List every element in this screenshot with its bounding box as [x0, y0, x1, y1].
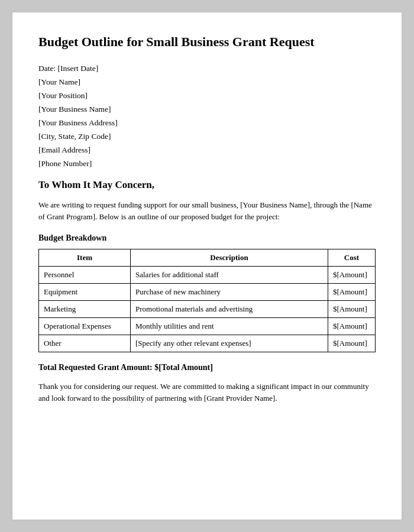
col-header-item: Item	[39, 249, 131, 266]
table-cell-description: Purchase of new machinery	[131, 283, 328, 300]
table-cell-cost: $[Amount]	[328, 283, 376, 300]
table-cell-description: Promotional materials and advertising	[131, 300, 328, 317]
table-cell-item: Other	[39, 335, 131, 352]
intro-paragraph: We are writing to request funding suppor…	[38, 199, 376, 223]
budget-table: Item Description Cost PersonnelSalaries …	[38, 249, 376, 352]
table-cell-item: Personnel	[39, 266, 131, 283]
meta-address: [Your Business Address]	[38, 118, 376, 128]
table-header-row: Item Description Cost	[39, 249, 376, 266]
table-cell-description: Monthly utilities and rent	[131, 317, 328, 335]
table-row: PersonnelSalaries for additional staff$[…	[39, 266, 376, 283]
table-cell-item: Marketing	[39, 300, 131, 317]
document-title: Budget Outline for Small Business Grant …	[38, 34, 376, 51]
closing-paragraph: Thank you for considering our request. W…	[38, 381, 376, 404]
table-row: Other[Specify any other relevant expense…	[39, 335, 376, 352]
meta-city-state-zip: [City, State, Zip Code]	[38, 132, 376, 141]
meta-business-name: [Your Business Name]	[38, 105, 376, 114]
meta-name: [Your Name]	[38, 77, 376, 87]
table-cell-item: Equipment	[39, 283, 131, 300]
meta-position: [Your Position]	[38, 91, 376, 100]
table-row: Operational ExpensesMonthly utilities an…	[39, 317, 376, 335]
table-cell-description: [Specify any other relevant expenses]	[131, 335, 328, 352]
table-cell-cost: $[Amount]	[328, 317, 376, 335]
document-page: Budget Outline for Small Business Grant …	[12, 12, 402, 520]
table-cell-description: Salaries for additional staff	[131, 266, 328, 283]
budget-section-heading: Budget Breakdown	[38, 233, 376, 243]
meta-phone: [Phone Number]	[38, 159, 376, 168]
salutation: To Whom It May Concern,	[38, 179, 376, 191]
col-header-description: Description	[131, 249, 328, 266]
table-cell-item: Operational Expenses	[39, 317, 131, 335]
meta-email: [Email Address]	[38, 145, 376, 155]
table-cell-cost: $[Amount]	[328, 266, 376, 283]
table-row: EquipmentPurchase of new machinery$[Amou…	[39, 283, 376, 300]
total-amount-label: Total Requested Grant Amount: $[Total Am…	[38, 363, 376, 372]
table-row: MarketingPromotional materials and adver…	[39, 300, 376, 317]
table-cell-cost: $[Amount]	[328, 300, 376, 317]
table-cell-cost: $[Amount]	[328, 335, 376, 352]
col-header-cost: Cost	[328, 249, 376, 266]
meta-date: Date: [Insert Date]	[38, 64, 376, 73]
